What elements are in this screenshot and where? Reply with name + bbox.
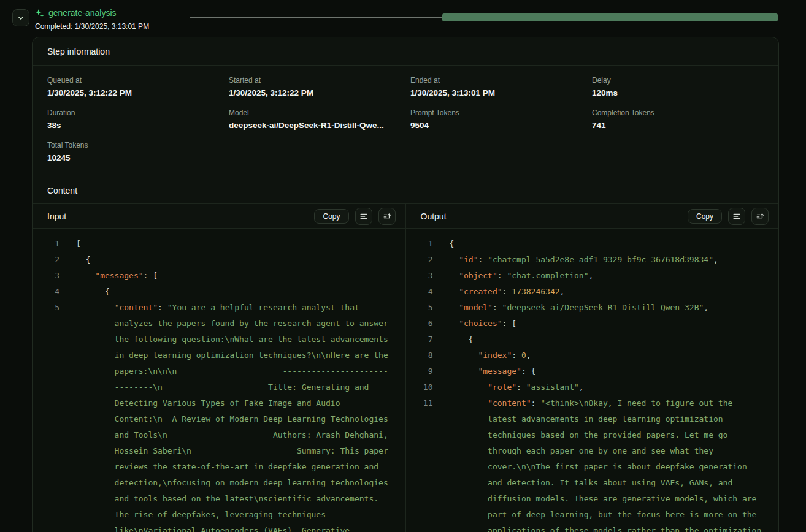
code-token: : <box>497 271 507 280</box>
code-text: "model": "deepseek-ai/DeepSeek-R1-Distil… <box>450 300 764 316</box>
code-line: 3 "messages": [ <box>47 268 391 284</box>
collapse-button[interactable] <box>12 9 29 26</box>
code-token <box>76 271 95 280</box>
code-line: 7 { <box>421 332 764 348</box>
code-token: { <box>450 335 474 344</box>
info-field: Completion Tokens741 <box>592 108 764 131</box>
line-number: 9 <box>421 363 433 379</box>
code-token <box>450 398 488 408</box>
output-scroll-top-button[interactable] <box>751 208 769 225</box>
output-copy-button[interactable]: Copy <box>688 209 722 224</box>
info-value: deepseek-ai/DeepSeek-R1-Distill-Qwe... <box>229 121 401 131</box>
code-line: 2 { <box>47 252 391 268</box>
code-token <box>450 303 459 312</box>
code-text: "id": "chatcmpl-5a5d2e8e-adf1-9329-bf9c-… <box>450 252 764 268</box>
info-value: 1/30/2025, 3:12:22 PM <box>229 88 401 98</box>
sparkles-icon <box>35 9 44 18</box>
info-label: Total Tokens <box>47 141 219 150</box>
code-line: 1[ <box>47 236 391 252</box>
code-text: "index": 0, <box>450 348 764 363</box>
input-copy-button[interactable]: Copy <box>314 209 348 224</box>
info-field: Delay120ms <box>592 76 764 98</box>
info-label: Delay <box>592 76 764 85</box>
info-value: 38s <box>47 121 219 131</box>
page: generate-analysis Completed: 1/30/2025, … <box>0 0 806 532</box>
line-number: 2 <box>47 252 59 268</box>
info-value: 120ms <box>592 88 764 98</box>
code-token: , <box>589 271 594 280</box>
code-text: "content": "You are a helpful research a… <box>76 300 391 532</box>
line-number: 2 <box>421 252 433 268</box>
code-text: "message": { <box>450 363 764 379</box>
input-wrap-text-button[interactable] <box>355 208 372 225</box>
code-token <box>450 319 459 328</box>
wrap-lines-icon <box>359 212 368 221</box>
output-wrap-text-button[interactable] <box>728 208 745 225</box>
code-token: "assistant" <box>526 382 579 392</box>
chevron-down-icon <box>17 13 25 22</box>
topbar: generate-analysis Completed: 1/30/2025, … <box>0 0 806 37</box>
info-field: Duration38s <box>47 108 219 131</box>
wrap-lines-icon <box>732 212 741 221</box>
code-text: { <box>76 284 391 300</box>
content-title: Content <box>47 186 77 196</box>
input-pane-header: Input Copy <box>33 204 405 229</box>
code-token: , <box>526 351 531 360</box>
line-number: 8 <box>421 348 433 363</box>
code-token: , <box>579 382 584 392</box>
code-token <box>450 382 488 392</box>
code-line: 6 "choices": [ <box>421 316 764 332</box>
code-token: 0 <box>521 351 526 360</box>
code-line: 9 "message": { <box>421 363 764 379</box>
info-field: Modeldeepseek-ai/DeepSeek-R1-Distill-Qwe… <box>229 108 401 131</box>
code-line: 4 { <box>47 284 391 300</box>
code-text: { <box>450 332 764 348</box>
code-token: : <box>493 303 502 312</box>
code-token: "message" <box>478 367 521 376</box>
line-number: 6 <box>421 316 433 332</box>
code-line: 4 "created": 1738246342, <box>421 284 764 300</box>
code-token: "content" <box>488 398 531 408</box>
code-token: { <box>76 287 110 296</box>
code-token <box>450 367 478 376</box>
code-token: "You are a helpful research analyst that… <box>115 303 393 532</box>
info-label: Completion Tokens <box>592 108 764 117</box>
code-text: "messages": [ <box>76 268 391 284</box>
info-label: Started at <box>229 76 401 85</box>
line-number: 3 <box>421 268 433 284</box>
code-line: 8 "index": 0, <box>421 348 764 363</box>
code-text: [ <box>76 236 391 252</box>
code-text: { <box>450 236 764 252</box>
step-title: generate-analysis <box>48 8 117 18</box>
info-field: Total Tokens10245 <box>47 141 219 163</box>
code-token: : <box>512 351 521 360</box>
code-text: { <box>76 252 391 268</box>
code-token: "index" <box>478 351 512 360</box>
code-token: , <box>560 287 565 296</box>
output-pane-header: Output Copy <box>406 204 779 229</box>
code-token: { <box>450 239 455 248</box>
code-token: "chatcmpl-5a5d2e8e-adf1-9329-bf9c-367618… <box>488 255 713 264</box>
input-pane: Input Copy 1[2 {3 "messages": [4 {5 <box>33 204 405 532</box>
step-information-header: Step information <box>33 37 778 66</box>
code-token: 1738246342 <box>512 287 559 296</box>
code-token <box>450 271 459 280</box>
info-label: Queued at <box>47 76 219 85</box>
code-token <box>450 255 459 264</box>
code-token: : { <box>521 367 535 376</box>
code-token: , <box>713 255 718 264</box>
code-line: 11 "content": "<think>\nOkay, I need to … <box>421 395 764 532</box>
input-title: Input <box>47 211 66 221</box>
info-grid: Queued at1/30/2025, 3:12:22 PMStarted at… <box>33 66 778 177</box>
timeline-bar[interactable] <box>442 13 778 21</box>
input-code-editor[interactable]: 1[2 {3 "messages": [4 {5 "content": "You… <box>33 229 405 532</box>
arrow-up-lines-icon <box>383 212 391 221</box>
info-value: 741 <box>592 121 764 131</box>
code-text: "content": "<think>\nOkay, I need to fig… <box>450 395 764 532</box>
input-scroll-top-button[interactable] <box>378 208 396 225</box>
output-title: Output <box>421 211 447 221</box>
code-token: "role" <box>488 382 516 392</box>
output-code-editor[interactable]: 1{2 "id": "chatcmpl-5a5d2e8e-adf1-9329-b… <box>406 229 779 532</box>
info-label: Ended at <box>410 76 582 85</box>
line-number: 10 <box>421 379 433 395</box>
